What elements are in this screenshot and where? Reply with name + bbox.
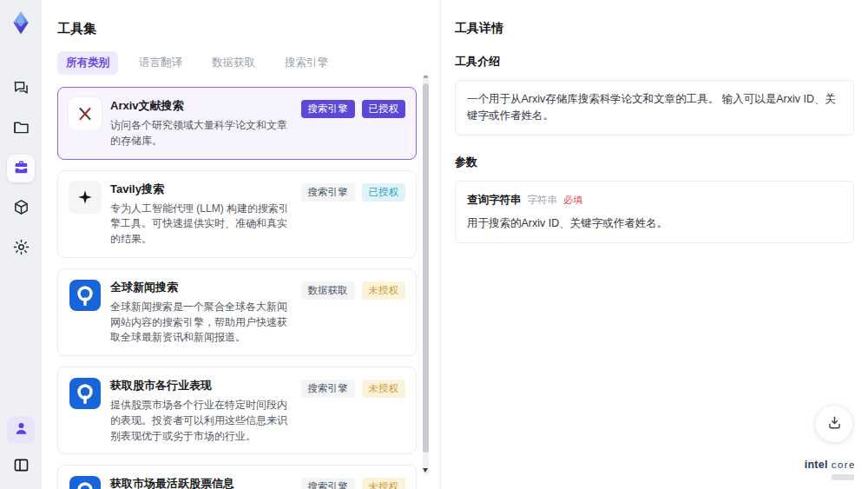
category-badge: 搜索引擎: [301, 380, 355, 398]
tool-card[interactable]: Tavily搜索 专为人工智能代理 (LLM) 构建的搜索引擎工具。可快速提供实…: [57, 170, 417, 258]
intel-core-logo: intel core: [805, 456, 856, 480]
category-badge: 搜索引擎: [301, 478, 355, 489]
auth-status-badge: 未授权: [362, 281, 406, 300]
param-header: 查询字符串 字符串 必填: [467, 192, 842, 208]
auth-status-badge: 已授权: [362, 100, 406, 118]
tab-category-3[interactable]: 搜索引擎: [276, 51, 337, 75]
arxiv-logo-icon: [76, 104, 95, 123]
category-tabs: 所有类别语言翻译数据获取搜索引擎: [57, 51, 440, 75]
sidebar-item-chat[interactable]: [7, 75, 35, 102]
auth-status-badge: 未授权: [362, 380, 406, 398]
tool-name: Arxiv文献搜索: [110, 98, 293, 114]
sidebar-bottom: [7, 416, 35, 480]
tool-name: Tavily搜索: [110, 182, 293, 197]
tab-all-categories[interactable]: 所有类别: [57, 51, 118, 75]
news-app-icon: [69, 377, 102, 410]
tool-detail-panel: 工具详情 工具介绍 一个用于从Arxiv存储库搜索科学论文和文章的工具。 输入可…: [441, 0, 868, 489]
tool-description: 提供股票市场各个行业在特定时间段内的表现。投资者可以利用这些信息来识别表现优于或…: [110, 398, 293, 444]
tool-description: 访问各个研究领域大量科学论文和文章的存储库。: [110, 118, 293, 149]
category-badge: 搜索引擎: [301, 100, 355, 118]
scrollbar[interactable]: [423, 75, 429, 475]
toolbox-icon: [12, 158, 30, 179]
scroll-down-arrow-icon[interactable]: [423, 468, 428, 472]
tool-name: 获取股市各行业表现: [110, 378, 293, 393]
intel-badge-bar: [832, 474, 854, 480]
sidebar-item-models[interactable]: [7, 195, 35, 222]
tool-name: 获取市场最活跃股票信息: [110, 476, 293, 489]
tool-description: 全球新闻搜索是一个聚合全球各大新闻网站内容的搜索引擎，帮助用户快速获取全球最新资…: [110, 300, 293, 346]
intro-text: 一个用于从Arxiv存储库搜索科学论文和文章的工具。 输入可以是Arxiv ID…: [467, 93, 836, 122]
detail-title: 工具详情: [455, 21, 854, 36]
tool-list-panel: 工具集 所有类别语言翻译数据获取搜索引擎 Arxiv文献搜索 访问各个研究领域大…: [42, 0, 441, 489]
tab-category-1[interactable]: 语言翻译: [130, 51, 191, 75]
tool-card[interactable]: 获取股市各行业表现 提供股票市场各个行业在特定时间段内的表现。投资者可以利用这些…: [57, 367, 417, 454]
tool-list: Arxiv文献搜索 访问各个研究领域大量科学论文和文章的存储库。 搜索引擎 已授…: [57, 87, 417, 489]
scrollbar-thumb[interactable]: [423, 83, 429, 453]
intro-heading: 工具介绍: [455, 54, 854, 69]
params-heading: 参数: [455, 155, 854, 170]
tool-name: 全球新闻搜索: [110, 280, 293, 295]
news-app-icon: [69, 475, 102, 489]
app-window: 工具集 所有类别语言翻译数据获取搜索引擎 Arxiv文献搜索 访问各个研究领域大…: [0, 0, 868, 489]
param-box: 查询字符串 字符串 必填 用于搜索的Arxiv ID、关键字或作者姓名。: [455, 181, 854, 244]
scroll-up-arrow-icon[interactable]: [424, 76, 428, 78]
cube-icon: [12, 198, 30, 219]
sidebar-item-settings[interactable]: [7, 235, 35, 262]
tool-card[interactable]: 获取市场最活跃股票信息 提供当天交易量最高的股票列表，投资者可以利用这些信息来识…: [57, 465, 417, 489]
sidebar-item-folder[interactable]: [7, 115, 35, 142]
param-description: 用于搜索的Arxiv ID、关键字或作者姓名。: [467, 215, 842, 232]
panel-toggle-icon: [12, 456, 30, 477]
sidebar: [0, 0, 42, 489]
folder-icon: [12, 118, 30, 139]
page-title: 工具集: [57, 21, 440, 37]
param-required-badge: 必填: [563, 193, 582, 208]
tool-card[interactable]: Arxiv文献搜索 访问各个研究领域大量科学论文和文章的存储库。 搜索引擎 已授…: [57, 87, 417, 160]
intel-wordmark: intel: [805, 459, 828, 471]
tool-card[interactable]: 全球新闻搜索 全球新闻搜索是一个聚合全球各大新闻网站内容的搜索引擎，帮助用户快速…: [57, 268, 417, 356]
sidebar-item-tools[interactable]: [7, 155, 35, 182]
category-badge: 搜索引擎: [301, 183, 355, 202]
sidebar-nav: [7, 75, 35, 262]
sidebar-item-panel[interactable]: [7, 453, 35, 480]
auth-status-badge: 未授权: [362, 478, 406, 489]
sidebar-item-user[interactable]: [7, 416, 35, 444]
core-wordmark: core: [832, 459, 856, 470]
param-type: 字符串: [528, 193, 558, 208]
download-button[interactable]: [816, 406, 852, 442]
user-icon: [12, 420, 30, 440]
diamond-gem-logo-icon[interactable]: [5, 7, 36, 38]
chat-icon: [12, 78, 30, 99]
settings-gear-icon: [12, 238, 30, 259]
tab-category-2[interactable]: 数据获取: [203, 51, 264, 75]
tool-description: 专为人工智能代理 (LLM) 构建的搜索引擎工具。可快速提供实时、准确和真实的结…: [110, 202, 293, 248]
category-badge: 数据获取: [301, 281, 355, 300]
auth-status-badge: 已授权: [362, 183, 406, 202]
download-icon: [826, 414, 843, 434]
tavily-star-icon: [76, 188, 95, 207]
news-app-icon: [69, 279, 102, 312]
param-name: 查询字符串: [467, 192, 522, 208]
intro-box: 一个用于从Arxiv存储库搜索科学论文和文章的工具。 输入可以是Arxiv ID…: [455, 80, 854, 135]
